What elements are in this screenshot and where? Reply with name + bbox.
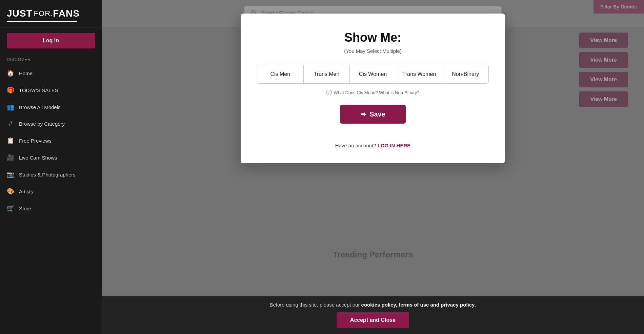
logo: JUST FOR . FANS bbox=[7, 8, 95, 19]
cookie-text: Before using this site, please accept ou… bbox=[269, 302, 476, 308]
login-here-link[interactable]: LOG IN HERE bbox=[378, 143, 411, 148]
gender-trans-women-button[interactable]: Trans Women bbox=[396, 65, 443, 83]
cookie-bold-text: cookies policy, terms of use and privacy… bbox=[361, 302, 475, 308]
sidebar-item-studios-photographers[interactable]: 📷 Studios & Photographers bbox=[0, 166, 102, 183]
sidebar-nav: 🏠 Home 🎁 TODAY'S SALES 👥 Browse All Mode… bbox=[0, 63, 102, 218]
have-account-text: Have an account? bbox=[335, 143, 376, 148]
sidebar-item-artists-label: Artists bbox=[19, 189, 33, 194]
sidebar-item-browse-by-category[interactable]: # Browse by Category bbox=[0, 116, 102, 132]
cookie-bar: Before using this site, please accept ou… bbox=[102, 296, 644, 334]
account-text: Have an account? LOG IN HERE bbox=[257, 143, 489, 148]
sidebar-item-todays-sales[interactable]: 🎁 TODAY'S SALES bbox=[0, 82, 102, 99]
sidebar-item-browse-all-models[interactable]: 👥 Browse All Models bbox=[0, 99, 102, 116]
sidebar-item-studios-label: Studios & Photographers bbox=[19, 172, 76, 178]
sidebar-item-store-label: Store bbox=[19, 206, 31, 211]
sidebar-item-store[interactable]: 🛒 Store bbox=[0, 200, 102, 217]
sidebar-item-todays-sales-label: TODAY'S SALES bbox=[19, 87, 58, 93]
hash-icon: # bbox=[7, 120, 14, 127]
gender-info: i What Does Cis Mean? What is Non-Binary… bbox=[257, 90, 489, 95]
modal-title: Show Me: bbox=[257, 30, 489, 45]
photo-icon: 📷 bbox=[7, 171, 14, 178]
info-icon: i bbox=[326, 90, 332, 95]
gender-cis-men-button[interactable]: Cis Men bbox=[257, 65, 304, 83]
show-me-modal: Show Me: (You May Select Multiple) Cis M… bbox=[241, 14, 505, 163]
main-content: 🔍 Filter By Gender View More View More V… bbox=[102, 0, 644, 334]
sidebar-item-live-cam-shows[interactable]: 🎥 Live Cam Shows bbox=[0, 149, 102, 166]
preview-icon: 📋 bbox=[7, 137, 14, 144]
logo-underline bbox=[7, 21, 77, 22]
logo-just: JUST bbox=[7, 8, 33, 19]
camera-icon: 🎥 bbox=[7, 154, 14, 161]
modal-subtitle: (You May Select Multiple) bbox=[257, 48, 489, 54]
gender-cis-women-button[interactable]: Cis Women bbox=[350, 65, 396, 83]
save-label: Save bbox=[369, 110, 385, 118]
gender-info-text: What Does Cis Mean? What is Non-Binary? bbox=[334, 90, 420, 95]
people-icon: 👥 bbox=[7, 103, 14, 111]
palette-icon: 🎨 bbox=[7, 188, 14, 195]
login-button[interactable]: Log In bbox=[7, 33, 95, 48]
modal-overlay: Show Me: (You May Select Multiple) Cis M… bbox=[102, 0, 644, 334]
accept-close-button[interactable]: Accept and Close bbox=[337, 312, 409, 328]
discover-label: DISCOVER bbox=[0, 54, 102, 63]
sidebar-item-home-label: Home bbox=[19, 70, 33, 76]
save-button[interactable]: ➡ Save bbox=[340, 105, 406, 124]
sidebar-item-free-previews-label: Free Previews bbox=[19, 138, 52, 144]
cookie-text-after: . bbox=[475, 302, 476, 308]
sidebar: JUST FOR . FANS Log In DISCOVER 🏠 Home 🎁… bbox=[0, 0, 102, 334]
sidebar-item-home[interactable]: 🏠 Home bbox=[0, 65, 102, 82]
sidebar-item-live-cam-label: Live Cam Shows bbox=[19, 155, 57, 161]
logo-container: JUST FOR . FANS bbox=[0, 0, 102, 27]
sidebar-item-free-previews[interactable]: 📋 Free Previews bbox=[0, 132, 102, 149]
cart-icon: 🛒 bbox=[7, 205, 14, 212]
gender-non-binary-button[interactable]: Non-Binary bbox=[442, 65, 488, 83]
save-icon: ➡ bbox=[360, 110, 366, 118]
sidebar-item-artists[interactable]: 🎨 Artists bbox=[0, 183, 102, 200]
cookie-text-before: Before using this site, please accept ou… bbox=[269, 302, 361, 308]
gender-trans-men-button[interactable]: Trans Men bbox=[304, 65, 350, 83]
logo-dot: . bbox=[51, 9, 53, 18]
logo-fans: FANS bbox=[53, 8, 80, 19]
sidebar-item-browse-all-label: Browse All Models bbox=[19, 104, 61, 110]
gender-options-group: Cis Men Trans Men Cis Women Trans Women … bbox=[257, 65, 489, 84]
sidebar-item-browse-category-label: Browse by Category bbox=[19, 121, 65, 127]
home-icon: 🏠 bbox=[7, 69, 14, 77]
gift-icon: 🎁 bbox=[7, 86, 14, 94]
logo-for: FOR bbox=[34, 9, 51, 18]
